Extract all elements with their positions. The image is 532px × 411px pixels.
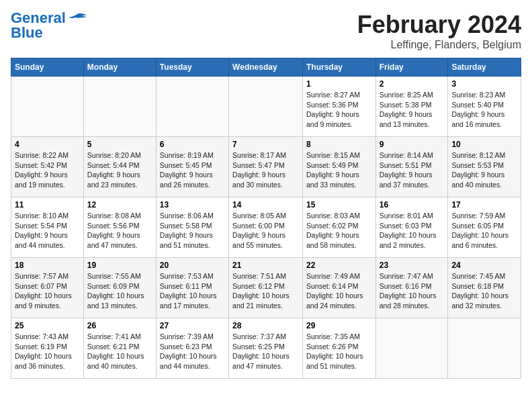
day-info: Sunrise: 8:05 AM Sunset: 6:00 PM Dayligh… [232,212,286,249]
weekday-header: Monday [83,58,156,77]
day-number: 26 [87,321,152,330]
calendar-day-cell: 17Sunrise: 7:59 AM Sunset: 6:05 PM Dayli… [448,197,521,258]
day-info: Sunrise: 8:23 AM Sunset: 5:40 PM Dayligh… [451,91,505,128]
weekday-header: Sunday [11,58,84,77]
day-info: Sunrise: 7:37 AM Sunset: 6:25 PM Dayligh… [232,332,290,370]
day-info: Sunrise: 7:57 AM Sunset: 6:07 PM Dayligh… [15,272,72,310]
day-info: Sunrise: 8:10 AM Sunset: 5:54 PM Dayligh… [15,212,69,249]
day-info: Sunrise: 7:35 AM Sunset: 6:26 PM Dayligh… [306,332,363,370]
calendar-day-cell: 3Sunrise: 8:23 AM Sunset: 5:40 PM Daylig… [448,77,521,137]
day-number: 6 [160,140,225,149]
day-info: Sunrise: 8:22 AM Sunset: 5:42 PM Dayligh… [15,151,69,189]
calendar-day-cell: 11Sunrise: 8:10 AM Sunset: 5:54 PM Dayli… [11,197,84,258]
day-info: Sunrise: 8:19 AM Sunset: 5:45 PM Dayligh… [160,151,214,189]
day-number: 28 [232,321,299,330]
day-number: 22 [306,261,372,270]
calendar-day-cell: 15Sunrise: 8:03 AM Sunset: 6:02 PM Dayli… [302,197,375,258]
day-info: Sunrise: 8:03 AM Sunset: 6:02 PM Dayligh… [306,212,360,249]
calendar-day-cell: 22Sunrise: 7:49 AM Sunset: 6:14 PM Dayli… [302,258,375,318]
calendar-day-cell: 28Sunrise: 7:37 AM Sunset: 6:25 PM Dayli… [229,318,303,379]
calendar-day-cell: 24Sunrise: 7:45 AM Sunset: 6:18 PM Dayli… [448,258,521,318]
calendar-day-cell [375,318,448,379]
day-info: Sunrise: 7:45 AM Sunset: 6:18 PM Dayligh… [451,272,508,310]
calendar-table: SundayMondayTuesdayWednesdayThursdayFrid… [11,58,521,379]
day-number: 24 [451,261,517,270]
day-info: Sunrise: 8:25 AM Sunset: 5:38 PM Dayligh… [380,91,433,128]
calendar-day-cell: 19Sunrise: 7:55 AM Sunset: 6:09 PM Dayli… [83,258,156,318]
calendar-day-cell: 23Sunrise: 7:47 AM Sunset: 6:16 PM Dayli… [375,258,448,318]
weekday-header: Thursday [302,58,375,77]
calendar-day-cell: 27Sunrise: 7:39 AM Sunset: 6:23 PM Dayli… [156,318,228,379]
day-number: 16 [380,200,445,210]
weekday-header: Wednesday [229,58,303,77]
calendar-day-cell: 7Sunrise: 8:17 AM Sunset: 5:47 PM Daylig… [229,137,303,197]
day-number: 2 [380,79,445,89]
day-number: 23 [380,261,445,270]
calendar-header-row: SundayMondayTuesdayWednesdayThursdayFrid… [11,58,521,77]
day-number: 9 [380,140,445,149]
day-info: Sunrise: 8:06 AM Sunset: 5:58 PM Dayligh… [160,212,214,249]
day-number: 5 [87,140,152,149]
calendar-day-cell: 29Sunrise: 7:35 AM Sunset: 6:26 PM Dayli… [302,318,375,379]
calendar-day-cell: 5Sunrise: 8:20 AM Sunset: 5:44 PM Daylig… [83,137,156,197]
calendar-day-cell [448,318,521,379]
day-number: 17 [451,200,517,210]
day-number: 15 [306,200,372,210]
day-info: Sunrise: 7:39 AM Sunset: 6:23 PM Dayligh… [160,332,217,370]
day-info: Sunrise: 8:08 AM Sunset: 5:56 PM Dayligh… [87,212,141,249]
day-number: 13 [160,200,225,210]
day-info: Sunrise: 8:17 AM Sunset: 5:47 PM Dayligh… [232,151,286,189]
day-info: Sunrise: 7:59 AM Sunset: 6:05 PM Dayligh… [451,212,508,249]
calendar-day-cell [11,77,84,137]
day-number: 4 [15,140,80,149]
day-info: Sunrise: 7:55 AM Sunset: 6:09 PM Dayligh… [87,272,144,310]
calendar-day-cell: 26Sunrise: 7:41 AM Sunset: 6:21 PM Dayli… [83,318,156,379]
day-info: Sunrise: 8:27 AM Sunset: 5:36 PM Dayligh… [306,91,360,128]
day-info: Sunrise: 8:01 AM Sunset: 6:03 PM Dayligh… [380,212,437,249]
calendar-day-cell: 21Sunrise: 7:51 AM Sunset: 6:12 PM Dayli… [229,258,303,318]
calendar-day-cell: 13Sunrise: 8:06 AM Sunset: 5:58 PM Dayli… [156,197,228,258]
calendar-week-row: 11Sunrise: 8:10 AM Sunset: 5:54 PM Dayli… [11,197,521,258]
day-info: Sunrise: 7:53 AM Sunset: 6:11 PM Dayligh… [160,272,217,310]
calendar-day-cell: 4Sunrise: 8:22 AM Sunset: 5:42 PM Daylig… [11,137,84,197]
day-number: 18 [15,261,80,270]
day-number: 29 [306,321,372,330]
calendar-day-cell: 2Sunrise: 8:25 AM Sunset: 5:38 PM Daylig… [375,77,448,137]
calendar-day-cell: 25Sunrise: 7:43 AM Sunset: 6:19 PM Dayli… [11,318,84,379]
day-info: Sunrise: 7:51 AM Sunset: 6:12 PM Dayligh… [232,272,290,310]
day-number: 3 [451,79,517,89]
day-number: 11 [15,200,80,210]
page-header: GeneralBlue February 2024 Leffinge, Flan… [11,11,521,51]
day-number: 1 [306,79,372,89]
day-info: Sunrise: 8:14 AM Sunset: 5:51 PM Dayligh… [380,151,433,189]
calendar-day-cell: 12Sunrise: 8:08 AM Sunset: 5:56 PM Dayli… [83,197,156,258]
day-info: Sunrise: 8:12 AM Sunset: 5:53 PM Dayligh… [451,151,505,189]
calendar-day-cell: 1Sunrise: 8:27 AM Sunset: 5:36 PM Daylig… [302,77,375,137]
calendar-title: February 2024 [357,11,521,39]
day-number: 20 [160,261,225,270]
weekday-header: Friday [375,58,448,77]
title-block: February 2024 Leffinge, Flanders, Belgiu… [357,11,521,51]
day-info: Sunrise: 7:47 AM Sunset: 6:16 PM Dayligh… [380,272,437,310]
calendar-week-row: 1Sunrise: 8:27 AM Sunset: 5:36 PM Daylig… [11,77,521,137]
day-info: Sunrise: 7:43 AM Sunset: 6:19 PM Dayligh… [15,332,72,370]
day-info: Sunrise: 7:41 AM Sunset: 6:21 PM Dayligh… [87,332,144,370]
day-number: 10 [451,140,517,149]
day-info: Sunrise: 8:20 AM Sunset: 5:44 PM Dayligh… [87,151,141,189]
calendar-day-cell: 9Sunrise: 8:14 AM Sunset: 5:51 PM Daylig… [375,137,448,197]
day-number: 8 [306,140,372,149]
calendar-day-cell: 8Sunrise: 8:15 AM Sunset: 5:49 PM Daylig… [302,137,375,197]
day-number: 27 [160,321,225,330]
calendar-week-row: 25Sunrise: 7:43 AM Sunset: 6:19 PM Dayli… [11,318,521,379]
logo-bird-icon [67,13,87,25]
day-number: 21 [232,261,299,270]
day-info: Sunrise: 8:15 AM Sunset: 5:49 PM Dayligh… [306,151,360,189]
calendar-day-cell: 20Sunrise: 7:53 AM Sunset: 6:11 PM Dayli… [156,258,228,318]
day-number: 14 [232,200,299,210]
day-info: Sunrise: 7:49 AM Sunset: 6:14 PM Dayligh… [306,272,363,310]
calendar-week-row: 4Sunrise: 8:22 AM Sunset: 5:42 PM Daylig… [11,137,521,197]
calendar-day-cell [83,77,156,137]
calendar-location: Leffinge, Flanders, Belgium [357,39,521,51]
calendar-day-cell: 18Sunrise: 7:57 AM Sunset: 6:07 PM Dayli… [11,258,84,318]
calendar-day-cell [156,77,228,137]
